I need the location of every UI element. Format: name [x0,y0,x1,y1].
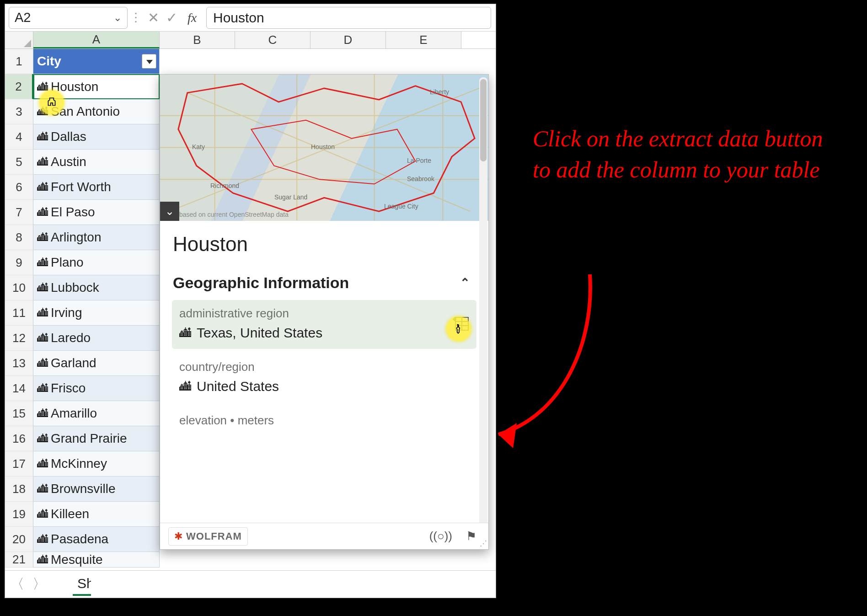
name-box[interactable]: A2 ⌄ [9,7,128,29]
sheet-tab[interactable]: Sheet1 [73,573,91,596]
cell-value: Lubbock [51,280,99,295]
row-header[interactable]: 6 [5,175,33,200]
row-header[interactable]: 4 [5,124,33,150]
row-header[interactable]: 9 [5,250,33,275]
cancel-formula-button[interactable]: ✕ [144,10,162,26]
wolfram-badge[interactable]: ✱ WOLFRAM [168,527,248,546]
field-country-region[interactable]: country/region 🏙 United States [172,354,476,402]
geography-icon: 🏙 [37,306,48,319]
table-row[interactable]: 🏙Killeen [33,502,160,527]
prev-sheet-button[interactable]: 〈 [11,575,24,594]
table-row[interactable]: 🏙Pasadena [33,527,160,552]
row-header[interactable]: 13 [5,351,33,376]
table-row[interactable]: 🏙Dallas [33,124,160,150]
row-header[interactable]: 12 [5,326,33,351]
scroll-thumb[interactable] [480,79,487,161]
fx-icon[interactable]: fx [181,11,203,25]
grid-area: 1 City 2 🏙 Houston 3🏙San Antonio 4🏙Dalla… [5,49,496,597]
table-row[interactable]: 🏙Grand Prairie [33,426,160,451]
table-row[interactable]: 🏙 Houston [33,74,160,99]
map-place-label: La Porte [407,157,431,164]
row-header[interactable]: 8 [5,225,33,250]
table-row[interactable]: 🏙Irving [33,300,160,326]
table-row[interactable]: 🏙El Paso [33,200,160,225]
row-header[interactable]: 3 [5,99,33,124]
extract-data-button[interactable] [451,316,469,331]
geography-icon: 🏙 [37,508,48,520]
row-header[interactable]: 18 [5,477,33,502]
table-row[interactable]: 🏙Frisco [33,376,160,401]
flag-icon[interactable]: ⚑ [462,527,480,545]
table-row[interactable]: 🏙McKinney [33,451,160,477]
card-section-label: Geographic Information [173,274,349,292]
filter-dropdown-icon[interactable] [142,54,156,69]
column-header-B[interactable]: B [160,32,235,48]
column-header-A[interactable]: A [33,32,160,48]
column-header-D[interactable]: D [310,32,386,48]
table-row[interactable]: 🏙Plano [33,250,160,275]
chevron-down-icon[interactable]: ⌄ [113,12,122,24]
collapse-map-button[interactable]: ⌄ [160,202,179,221]
next-sheet-button[interactable]: 〉 [32,575,46,594]
row-header[interactable]: 5 [5,150,33,175]
map-place-label: Seabrook [407,175,434,182]
map-preview[interactable]: Houston Liberty Katy La Porte Seabrook S… [160,75,488,221]
table-row[interactable]: 🏙Mesquite [33,552,160,568]
row-header[interactable]: 14 [5,376,33,401]
geography-icon: 🏙 [37,457,48,470]
row-header[interactable]: 21 [5,552,33,568]
field-label: elevation • meters [179,413,469,428]
geography-icon: 🏙 [37,432,48,445]
geography-icon: 🏙 [37,533,48,546]
map-place-label: Houston [311,143,335,150]
row-header[interactable]: 17 [5,451,33,477]
row-header[interactable]: 1 [5,49,33,74]
table-row[interactable]: 🏙Laredo [33,326,160,351]
table-row[interactable]: 🏙Amarillo [33,401,160,426]
field-administrative-region[interactable]: administrative region 🏙 Texas, United St… [172,300,476,349]
map-place-label: Sugar Land [274,193,307,201]
geography-icon: 🏙 [37,332,48,344]
table-row[interactable]: 🏙San Antonio [33,99,160,124]
table-row[interactable]: 🏙Fort Worth [33,175,160,200]
table-row[interactable]: 🏙Austin [33,150,160,175]
row-header[interactable]: 10 [5,275,33,300]
data-type-card: Houston Liberty Katy La Porte Seabrook S… [160,74,489,550]
column-header-E[interactable]: E [386,32,461,48]
formula-input[interactable]: Houston [206,7,491,29]
geography-icon: 🏙 [37,155,48,168]
table-row[interactable]: 🏙Brownsville [33,477,160,502]
row-header[interactable]: 7 [5,200,33,225]
row-header[interactable]: 2 [5,74,33,99]
select-all-corner[interactable] [5,32,33,48]
row-header[interactable]: 16 [5,426,33,451]
table-header-cell[interactable]: City [33,49,160,74]
cell-value: Irving [51,305,82,320]
accept-formula-button[interactable]: ✓ [162,10,181,26]
row-header[interactable]: 11 [5,300,33,326]
wolfram-label: WOLFRAM [186,530,242,542]
field-value: Texas, United States [197,325,322,341]
row-header[interactable]: 15 [5,401,33,426]
cell-value: Mesquite [51,552,103,567]
cell-value: Frisco [51,381,86,396]
sheet-nav: 〈 〉 Sheet1 [5,570,496,598]
broadcast-icon[interactable]: ((○)) [426,527,456,545]
separator-dots-icon: ⋮ [128,11,144,25]
row-header[interactable]: 20 [5,527,33,552]
geography-icon: 🏙 [37,181,48,193]
table-row[interactable]: 🏙Garland [33,351,160,376]
table-row[interactable]: 🏙Lubbock [33,275,160,300]
row-header[interactable]: 19 [5,502,33,527]
field-elevation[interactable]: elevation • meters [172,407,476,440]
table-row[interactable]: 🏙Arlington [33,225,160,250]
card-title: Houston [173,233,488,256]
geography-icon: 🏙 [179,326,191,340]
cell-value: Fort Worth [51,180,111,194]
chevron-up-icon[interactable]: ⌃ [460,276,470,290]
resize-handle-icon[interactable]: ⋰ [480,539,487,548]
card-section-header[interactable]: Geographic Information ⌃ [173,274,488,292]
column-header-C[interactable]: C [235,32,310,48]
cell-value: Austin [51,155,86,169]
geography-icon: 🏙 [37,256,48,269]
